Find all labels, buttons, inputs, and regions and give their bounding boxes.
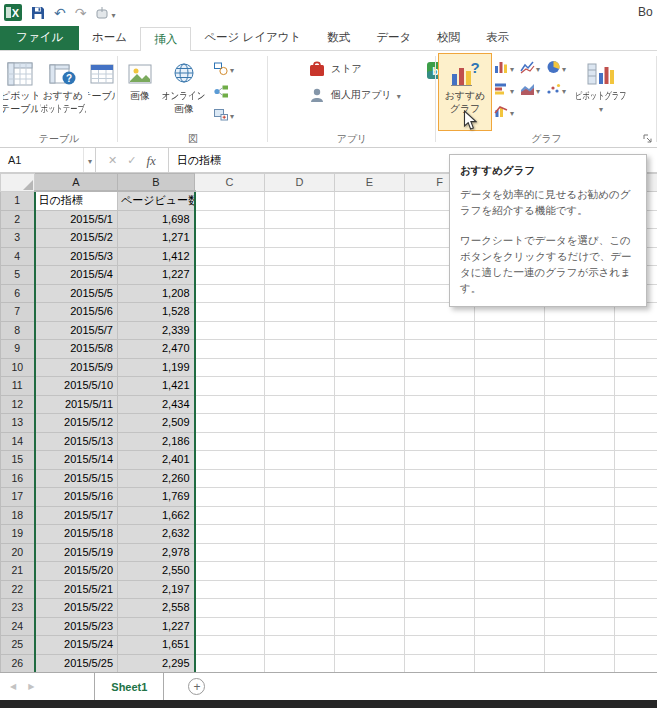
smartart-button[interactable] bbox=[211, 81, 236, 101]
cell-A6[interactable]: 2015/5/5 bbox=[35, 284, 118, 303]
cell-B6[interactable]: 1,208 bbox=[118, 284, 195, 303]
cell-B21[interactable]: 2,550 bbox=[118, 562, 195, 581]
cell-G14[interactable] bbox=[475, 432, 545, 451]
cell-D21[interactable] bbox=[265, 562, 335, 581]
cell-E4[interactable] bbox=[335, 247, 405, 266]
cell-G18[interactable] bbox=[475, 506, 545, 525]
cell-B18[interactable]: 1,662 bbox=[118, 506, 195, 525]
cell-C8[interactable] bbox=[195, 321, 265, 340]
cell-I20[interactable] bbox=[615, 543, 657, 562]
cell-H10[interactable] bbox=[545, 358, 615, 377]
cell-H25[interactable] bbox=[545, 636, 615, 655]
cell-C13[interactable] bbox=[195, 414, 265, 433]
cell-D20[interactable] bbox=[265, 543, 335, 562]
cell-H11[interactable] bbox=[545, 377, 615, 396]
online-pictures-button[interactable]: オンライン 画像 bbox=[160, 53, 208, 131]
cell-A20[interactable]: 2015/5/19 bbox=[35, 543, 118, 562]
cell-F15[interactable] bbox=[405, 451, 475, 470]
cell-H20[interactable] bbox=[545, 543, 615, 562]
cell-A10[interactable]: 2015/5/9 bbox=[35, 358, 118, 377]
column-header-A[interactable]: A bbox=[35, 174, 118, 192]
cell-E18[interactable] bbox=[335, 506, 405, 525]
tab-file[interactable]: ファイル bbox=[0, 26, 79, 50]
cell-G24[interactable] bbox=[475, 617, 545, 636]
cell-B2[interactable]: 1,698 bbox=[118, 210, 195, 229]
cell-C25[interactable] bbox=[195, 636, 265, 655]
cell-G15[interactable] bbox=[475, 451, 545, 470]
cell-H16[interactable] bbox=[545, 469, 615, 488]
cell-D18[interactable] bbox=[265, 506, 335, 525]
pivotchart-button[interactable]: ピボットグラフ bbox=[568, 53, 634, 131]
cell-E10[interactable] bbox=[335, 358, 405, 377]
cell-I18[interactable] bbox=[615, 506, 657, 525]
cell-F26[interactable] bbox=[405, 654, 475, 672]
store-button[interactable]: ストア bbox=[308, 60, 401, 78]
cell-A9[interactable]: 2015/5/8 bbox=[35, 340, 118, 359]
pivottable-button[interactable]: ピボット テーブル bbox=[2, 53, 39, 131]
cell-G11[interactable] bbox=[475, 377, 545, 396]
cell-A2[interactable]: 2015/5/1 bbox=[35, 210, 118, 229]
cell-B25[interactable]: 1,651 bbox=[118, 636, 195, 655]
cell-H18[interactable] bbox=[545, 506, 615, 525]
cell-D24[interactable] bbox=[265, 617, 335, 636]
cell-E5[interactable] bbox=[335, 266, 405, 285]
cell-G22[interactable] bbox=[475, 580, 545, 599]
cell-B7[interactable]: 1,528 bbox=[118, 303, 195, 322]
cell-B19[interactable]: 2,632 bbox=[118, 525, 195, 544]
cell-B12[interactable]: 2,434 bbox=[118, 395, 195, 414]
cell-H21[interactable] bbox=[545, 562, 615, 581]
cell-F21[interactable] bbox=[405, 562, 475, 581]
cell-C21[interactable] bbox=[195, 562, 265, 581]
add-sheet-button[interactable] bbox=[188, 678, 205, 695]
cell-F17[interactable] bbox=[405, 488, 475, 507]
screenshot-button[interactable] bbox=[211, 104, 236, 124]
cell-A21[interactable]: 2015/5/20 bbox=[35, 562, 118, 581]
cell-I15[interactable] bbox=[615, 451, 657, 470]
cell-G13[interactable] bbox=[475, 414, 545, 433]
cell-H14[interactable] bbox=[545, 432, 615, 451]
tab-home[interactable]: ホーム bbox=[79, 26, 140, 50]
cell-I23[interactable] bbox=[615, 599, 657, 618]
cell-E6[interactable] bbox=[335, 284, 405, 303]
cell-E13[interactable] bbox=[335, 414, 405, 433]
line-chart-button[interactable] bbox=[518, 57, 542, 77]
row-header-25[interactable]: 25 bbox=[1, 636, 35, 655]
row-header-21[interactable]: 21 bbox=[1, 562, 35, 581]
cell-E8[interactable] bbox=[335, 321, 405, 340]
name-box[interactable]: A1 bbox=[0, 148, 96, 172]
cell-A3[interactable]: 2015/5/2 bbox=[35, 229, 118, 248]
cell-E9[interactable] bbox=[335, 340, 405, 359]
row-header-7[interactable]: 7 bbox=[1, 303, 35, 322]
cell-D19[interactable] bbox=[265, 525, 335, 544]
cell-C4[interactable] bbox=[195, 247, 265, 266]
cell-F12[interactable] bbox=[405, 395, 475, 414]
cell-A18[interactable]: 2015/5/17 bbox=[35, 506, 118, 525]
cell-D15[interactable] bbox=[265, 451, 335, 470]
cell-C1[interactable] bbox=[195, 191, 265, 210]
cell-B11[interactable]: 1,421 bbox=[118, 377, 195, 396]
cell-G23[interactable] bbox=[475, 599, 545, 618]
scatter-chart-button[interactable] bbox=[544, 79, 568, 99]
cell-D4[interactable] bbox=[265, 247, 335, 266]
cell-C24[interactable] bbox=[195, 617, 265, 636]
column-header-D[interactable]: D bbox=[265, 174, 335, 192]
row-header-11[interactable]: 11 bbox=[1, 377, 35, 396]
cell-F20[interactable] bbox=[405, 543, 475, 562]
cell-H17[interactable] bbox=[545, 488, 615, 507]
cell-B20[interactable]: 2,978 bbox=[118, 543, 195, 562]
tab-view[interactable]: 表示 bbox=[473, 26, 522, 50]
row-header-5[interactable]: 5 bbox=[1, 266, 35, 285]
cell-C17[interactable] bbox=[195, 488, 265, 507]
tab-data[interactable]: データ bbox=[363, 26, 424, 50]
cell-D16[interactable] bbox=[265, 469, 335, 488]
name-box-dropdown[interactable] bbox=[83, 148, 92, 172]
cell-B1[interactable]: ページビュー数 bbox=[118, 191, 195, 210]
cell-D22[interactable] bbox=[265, 580, 335, 599]
row-header-20[interactable]: 20 bbox=[1, 543, 35, 562]
cell-G25[interactable] bbox=[475, 636, 545, 655]
cell-I9[interactable] bbox=[615, 340, 657, 359]
cell-C22[interactable] bbox=[195, 580, 265, 599]
cell-D13[interactable] bbox=[265, 414, 335, 433]
cell-H24[interactable] bbox=[545, 617, 615, 636]
cell-F16[interactable] bbox=[405, 469, 475, 488]
